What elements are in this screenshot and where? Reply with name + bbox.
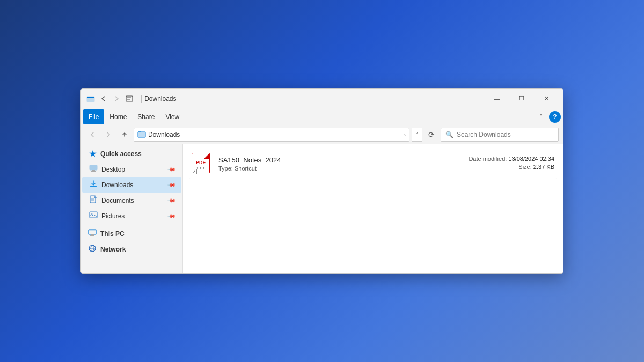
menu-view[interactable]: View	[160, 109, 185, 124]
this-pc-label: This PC	[100, 230, 125, 238]
search-box[interactable]: 🔍	[441, 128, 559, 142]
back-icon-tb	[98, 93, 109, 104]
address-path[interactable]: Downloads ›	[134, 128, 409, 142]
menu-chevron: ˅ ?	[535, 111, 561, 123]
file-icon: PDF ✦✦✦ ↗	[192, 153, 213, 174]
desktop-icon	[89, 164, 98, 174]
pictures-label: Pictures	[101, 212, 125, 220]
refresh-button[interactable]: ⟳	[425, 128, 438, 142]
shortcut-arrow-icon: ↗	[192, 169, 197, 174]
quick-access-label: Quick access	[100, 150, 142, 158]
search-icon: 🔍	[445, 131, 453, 138]
file-area: PDF ✦✦✦ ↗ SA150_Notes_2024 Type: Shortcu…	[183, 144, 563, 273]
forward-button[interactable]	[101, 128, 115, 142]
pin-icon-pictures: 📌	[167, 211, 176, 220]
window-icon	[85, 93, 96, 104]
menu-bar: File Home Share View ˅ ?	[81, 108, 563, 125]
sidebar-item-documents[interactable]: Documents 📌	[82, 193, 181, 208]
pin-icon-documents: 📌	[167, 196, 176, 204]
sidebar-item-desktop[interactable]: Desktop 📌	[82, 161, 181, 177]
svg-rect-16	[90, 212, 97, 218]
file-item[interactable]: PDF ✦✦✦ ↗ SA150_Notes_2024 Type: Shortcu…	[189, 149, 557, 179]
size-row: Size: 2.37 KB	[469, 164, 554, 170]
svg-rect-1	[87, 97, 94, 98]
menu-home[interactable]: Home	[104, 109, 132, 124]
sidebar-item-downloads[interactable]: Downloads 📌	[82, 177, 181, 193]
window-controls: — ☐ ✕	[485, 90, 559, 107]
content-area: ★ Quick access Desktop 📌 Downloads 📌	[81, 144, 563, 273]
sidebar-item-pictures[interactable]: Pictures 📌	[82, 208, 181, 224]
address-folder-icon	[137, 130, 146, 140]
title-bar: | Downloads — ☐ ✕	[81, 89, 563, 108]
maximize-button[interactable]: ☐	[509, 90, 534, 107]
file-explorer-window: | Downloads — ☐ ✕ File Home Share View ˅…	[80, 88, 564, 274]
svg-rect-8	[90, 165, 97, 170]
address-bar: Downloads › ˅ ⟳ 🔍	[81, 125, 563, 144]
address-path-text: Downloads	[148, 131, 402, 138]
desktop-label: Desktop	[101, 166, 125, 173]
pictures-icon	[89, 211, 98, 221]
file-info: SA150_Notes_2024 Type: Shortcut	[218, 156, 469, 172]
search-input[interactable]	[457, 131, 554, 138]
back-button[interactable]	[85, 128, 99, 142]
date-modified-label: Date modified:	[469, 156, 508, 162]
svg-rect-5	[138, 132, 145, 137]
minimize-button[interactable]: —	[485, 90, 509, 107]
file-name: SA150_Notes_2024	[218, 156, 469, 164]
svg-rect-19	[89, 230, 96, 231]
menu-file[interactable]: File	[83, 109, 104, 124]
sidebar-item-network[interactable]: Network	[81, 241, 182, 257]
window-title: Downloads	[144, 95, 485, 102]
title-separator: |	[140, 94, 142, 104]
forward-icon-tb	[111, 93, 122, 104]
pin-icon-downloads: 📌	[167, 180, 176, 189]
svg-rect-10	[91, 171, 96, 172]
date-modified-row: Date modified: 13/08/2024 02:34	[469, 156, 554, 162]
file-meta: Date modified: 13/08/2024 02:34 Size: 2.…	[469, 156, 554, 172]
pin-icon: 📌	[167, 165, 176, 173]
svg-rect-11	[90, 186, 97, 187]
sidebar-item-this-pc[interactable]: This PC	[81, 226, 182, 241]
svg-rect-20	[91, 234, 94, 235]
menu-share[interactable]: Share	[132, 109, 160, 124]
star-icon: ★	[87, 149, 97, 159]
size-label: Size:	[518, 164, 533, 170]
downloads-icon	[89, 180, 98, 190]
documents-label: Documents	[101, 197, 134, 204]
svg-rect-21	[90, 235, 94, 236]
network-label: Network	[100, 246, 126, 253]
network-icon	[87, 244, 97, 254]
ribbon-collapse-button[interactable]: ˅	[535, 111, 547, 123]
properties-icon-tb	[124, 93, 135, 104]
help-button[interactable]: ?	[549, 111, 561, 123]
file-type: Type: Shortcut	[218, 165, 469, 172]
size-value: 2.37 KB	[533, 164, 554, 170]
svg-rect-2	[126, 96, 133, 101]
address-path-arrow: ›	[404, 132, 406, 138]
sidebar: ★ Quick access Desktop 📌 Downloads 📌	[81, 144, 183, 273]
type-label: Type:	[218, 165, 233, 172]
address-dropdown-button[interactable]: ˅	[412, 128, 422, 142]
type-value: Shortcut	[235, 165, 257, 172]
sidebar-item-quick-access[interactable]: ★ Quick access	[81, 146, 182, 161]
title-bar-icons	[85, 93, 135, 104]
downloads-label: Downloads	[101, 181, 133, 189]
documents-icon	[89, 195, 98, 205]
svg-rect-9	[92, 170, 95, 171]
close-button[interactable]: ✕	[534, 90, 559, 107]
date-modified-value: 13/08/2024 02:34	[508, 156, 554, 162]
this-pc-icon	[87, 228, 97, 239]
up-button[interactable]	[118, 128, 131, 142]
